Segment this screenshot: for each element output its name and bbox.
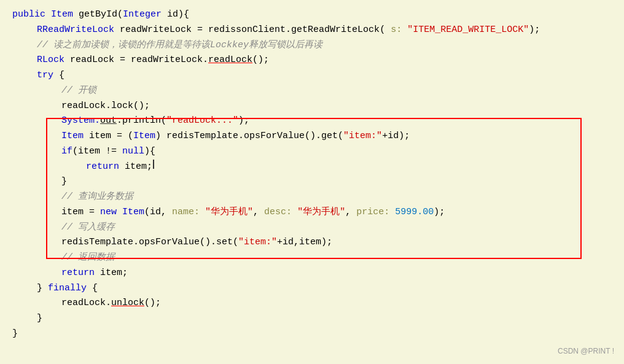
code-line-2: RReadWriteLock readWriteLock = redissonC…	[12, 23, 612, 38]
code-container: public Item getById(Integer id){ RReadWr…	[0, 0, 624, 364]
code-line-1: public Item getById(Integer id){	[12, 7, 612, 23]
code-line-11: return item;	[12, 160, 612, 175]
code-line-10: if(item != null){	[12, 144, 612, 160]
code-line-8: System.out.println("readLock...");	[12, 114, 612, 129]
code-line-6: // 开锁	[12, 83, 612, 99]
method-getbyid: getById	[79, 7, 117, 23]
code-line-15: // 写入缓存	[12, 220, 612, 236]
code-line-16: redisTemplate.opsForValue().set("item:"+…	[12, 235, 612, 250]
keyword-public: public	[12, 7, 51, 23]
code-line-12: }	[12, 174, 612, 190]
code-line-7: readLock.lock();	[12, 99, 612, 114]
code-line-14: item = new Item(id, name: "华为手机", desc: …	[12, 205, 612, 220]
code-line-3: // 读之前加读锁，读锁的作用就是等待该Lockkey释放写锁以后再读	[12, 38, 612, 53]
code-line-9: Item item = (Item) redisTemplate.opsForV…	[12, 129, 612, 144]
watermark: CSDN @PRINT !	[558, 346, 614, 358]
code-line-18: return item;	[12, 266, 612, 281]
code-line-4: RLock readLock = readWriteLock.readLock(…	[12, 53, 612, 68]
code-line-19: } finally {	[12, 281, 612, 296]
code-line-5: try {	[12, 68, 612, 83]
code-line-17: // 返回数据	[12, 250, 612, 266]
code-line-20: readLock.unlock();	[12, 296, 612, 311]
text-cursor	[153, 160, 154, 169]
code-line-22: }	[12, 327, 612, 342]
code-line-21: }	[12, 311, 612, 327]
type-item: Item	[51, 7, 79, 23]
code-line-13: // 查询业务数据	[12, 190, 612, 205]
